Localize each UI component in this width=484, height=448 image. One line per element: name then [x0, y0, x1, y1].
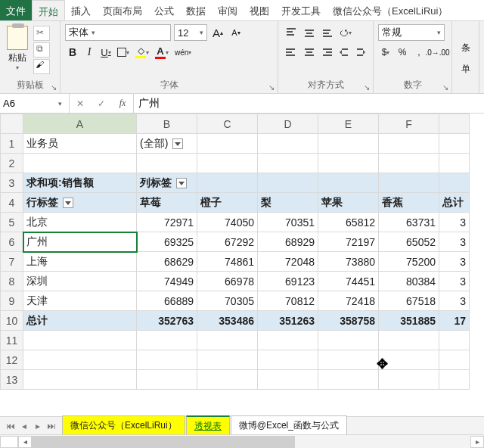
col-header-A[interactable]: A [23, 114, 137, 134]
cell-D10[interactable]: 351263 [258, 311, 318, 331]
worksheet-area[interactable]: ABCDEF1业务员(全部) 23求和项:销售额列标签 4行标签 草莓橙子梨苹果… [0, 114, 484, 401]
worksheet-grid[interactable]: ABCDEF1业务员(全部) 23求和项:销售额列标签 4行标签 草莓橙子梨苹果… [0, 114, 470, 390]
ribbon-tab-4[interactable]: 公式 [148, 0, 180, 20]
cell-G6[interactable]: 3 [439, 232, 470, 252]
clipboard-launcher[interactable]: ↘ [51, 83, 57, 92]
row-header-5[interactable]: 5 [1, 213, 23, 232]
paste-menu-arrow[interactable]: ▾ [5, 64, 30, 71]
pivot-page-field-filter[interactable]: (全部) [137, 134, 197, 154]
cell-C10[interactable]: 353486 [197, 311, 258, 331]
row-header-4[interactable]: 4 [1, 193, 23, 213]
sheet-tab-2[interactable]: 微博@Excel_函数与公式 [231, 415, 347, 436]
name-box-input[interactable] [0, 96, 53, 110]
row-header-9[interactable]: 9 [1, 291, 23, 311]
shrink-font-button[interactable]: A▾ [228, 24, 244, 41]
cell-G7[interactable]: 3 [439, 252, 470, 272]
cell-B9[interactable]: 66889 [137, 291, 197, 311]
font-size-combo[interactable]: 12▾ [174, 24, 207, 41]
hscroll-right[interactable]: ▸ [470, 436, 484, 448]
orientation-button[interactable]: ⭯▾ [337, 24, 354, 41]
name-box-dropdown[interactable]: ▾ [53, 100, 67, 107]
number-launcher[interactable]: ↘ [442, 83, 448, 92]
cell-F6[interactable]: 65052 [379, 232, 439, 252]
number-format-combo[interactable]: 常规▾ [378, 24, 445, 41]
ribbon-tab-1[interactable]: 开始 [32, 0, 65, 20]
align-center-button[interactable] [301, 44, 318, 61]
col-header-last[interactable] [439, 114, 470, 134]
cell-B8[interactable]: 74949 [137, 272, 197, 291]
align-bottom-button[interactable] [319, 24, 336, 41]
copy-button[interactable] [33, 42, 50, 58]
ribbon-tab-7[interactable]: 视图 [244, 0, 275, 20]
cell-F5[interactable]: 63731 [379, 213, 439, 232]
paste-button[interactable]: 粘贴 ▾ [5, 24, 30, 74]
insert-function-button[interactable]: fx [112, 98, 133, 109]
increase-decimal-button[interactable]: .0→.00 [428, 44, 447, 61]
sheet-split-box[interactable] [0, 436, 18, 448]
cell-E6[interactable]: 72197 [318, 232, 379, 252]
cell-C9[interactable]: 70305 [197, 291, 258, 311]
italic-button[interactable]: I [82, 44, 97, 61]
hscroll-left[interactable]: ◂ [18, 436, 32, 448]
cell-G9[interactable]: 3 [439, 291, 470, 311]
sheet-nav-first[interactable]: ⏮ [5, 421, 17, 431]
sheet-nav-prev[interactable]: ◂ [18, 421, 30, 431]
cancel-formula-button[interactable]: ✕ [70, 98, 91, 109]
bold-button[interactable]: B [65, 44, 80, 61]
row-header-1[interactable]: 1 [1, 134, 23, 154]
align-top-button[interactable] [283, 24, 299, 41]
hscroll-thumb[interactable] [32, 436, 295, 448]
ribbon-tab-9[interactable]: 微信公众号（ExcelLiRui） [327, 0, 454, 20]
cell-C6[interactable]: 67292 [197, 232, 258, 252]
cell-F7[interactable]: 75200 [379, 252, 439, 272]
cut-button[interactable] [33, 26, 50, 41]
cell-styles-button[interactable]: 单 [458, 61, 473, 78]
cell-G10[interactable]: 17 [439, 311, 470, 331]
hscroll-track[interactable] [32, 436, 470, 448]
col-header-C[interactable]: C [197, 114, 258, 134]
percent-format-button[interactable]: % [395, 44, 410, 61]
cell-A6[interactable]: 广州 [23, 232, 137, 252]
decrease-indent-button[interactable] [337, 44, 352, 61]
cell-A8[interactable]: 深圳 [23, 272, 137, 291]
ribbon-tab-8[interactable]: 开发工具 [275, 0, 327, 20]
select-all-corner[interactable] [1, 114, 23, 134]
cell-B5[interactable]: 72971 [137, 213, 197, 232]
horizontal-scrollbar[interactable]: ◂ ▸ [0, 434, 484, 448]
cell-C8[interactable]: 66978 [197, 272, 258, 291]
format-painter-button[interactable] [33, 59, 50, 74]
font-color-button[interactable]: A▾ [153, 44, 171, 61]
cell-B7[interactable]: 68629 [137, 252, 197, 272]
accounting-format-button[interactable]: $▾ [378, 44, 393, 61]
cell-E8[interactable]: 74451 [318, 272, 379, 291]
sheet-nav-next[interactable]: ▸ [32, 421, 44, 431]
formula-input[interactable] [134, 94, 484, 113]
cell-C7[interactable]: 74861 [197, 252, 258, 272]
sheet-nav-last[interactable]: ⏭ [45, 421, 57, 431]
cell-G5[interactable]: 3 [439, 213, 470, 232]
cell-E5[interactable]: 65812 [318, 213, 379, 232]
col-header-F[interactable]: F [379, 114, 439, 134]
col-header-E[interactable]: E [318, 114, 379, 134]
enter-formula-button[interactable]: ✓ [91, 98, 112, 109]
grow-font-button[interactable]: A▴ [210, 24, 225, 41]
cell-B6[interactable]: 69325 [137, 232, 197, 252]
conditional-formatting-button[interactable]: 条 [458, 40, 473, 57]
cell-D8[interactable]: 69123 [258, 272, 318, 291]
cell-F10[interactable]: 351885 [379, 311, 439, 331]
cell-B10[interactable]: 352763 [137, 311, 197, 331]
phonetic-button[interactable]: wén▾ [172, 44, 194, 61]
ribbon-tab-5[interactable]: 数据 [180, 0, 212, 20]
cell-E9[interactable]: 72418 [318, 291, 379, 311]
increase-indent-button[interactable] [353, 44, 368, 61]
font-launcher[interactable]: ↘ [268, 83, 275, 92]
fill-color-button[interactable]: ◇▾ [133, 44, 151, 61]
pivot-row-label[interactable]: 行标签 [23, 193, 137, 213]
cell-A10[interactable]: 总计 [23, 311, 137, 331]
ribbon-tab-0[interactable]: 文件 [0, 0, 32, 20]
cell-D7[interactable]: 72048 [258, 252, 318, 272]
cell-F8[interactable]: 80384 [379, 272, 439, 291]
align-right-button[interactable] [318, 44, 335, 61]
sheet-tab-1[interactable]: 透视表 [186, 415, 230, 436]
comma-format-button[interactable]: , [411, 44, 427, 61]
